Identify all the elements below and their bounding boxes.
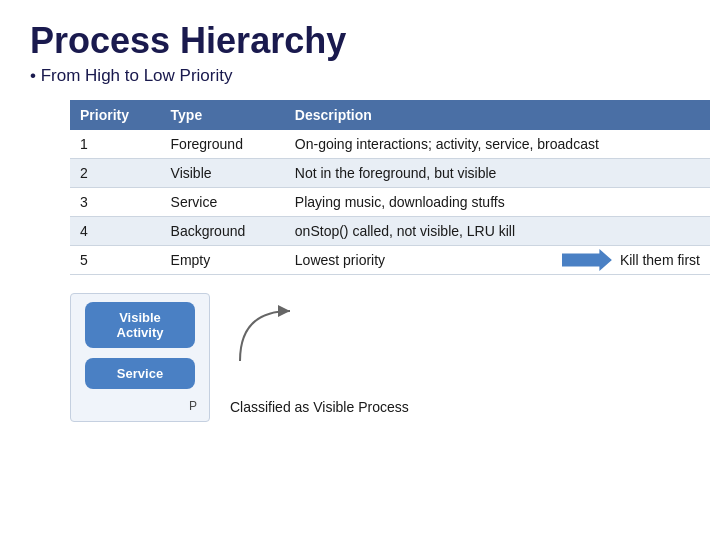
table-row: 4BackgroundonStop() called, not visible,… bbox=[70, 217, 710, 246]
cell-description: On-going interactions; activity, service… bbox=[285, 130, 710, 159]
description-text: Lowest priority bbox=[295, 252, 385, 268]
diagram-box: VisibleActivity Service P bbox=[70, 293, 210, 422]
table-row: 2VisibleNot in the foreground, but visib… bbox=[70, 159, 710, 188]
page-title: Process Hierarchy bbox=[30, 20, 690, 62]
diagram-right: Classified as Visible Process bbox=[230, 293, 409, 425]
cell-priority: 3 bbox=[70, 188, 161, 217]
cell-type: Background bbox=[161, 217, 285, 246]
table-row: 3ServicePlaying music, downloading stuff… bbox=[70, 188, 710, 217]
cell-description: Not in the foreground, but visible bbox=[285, 159, 710, 188]
cell-priority: 1 bbox=[70, 130, 161, 159]
service-button: Service bbox=[85, 358, 195, 389]
visible-activity-button: VisibleActivity bbox=[85, 302, 195, 348]
cell-priority: 5 bbox=[70, 246, 161, 275]
cell-type: Service bbox=[161, 188, 285, 217]
diagram-area: VisibleActivity Service P Classified as … bbox=[70, 293, 690, 425]
col-header-type: Type bbox=[161, 100, 285, 130]
table-row: 5EmptyLowest priority Kill them first bbox=[70, 246, 710, 275]
cell-priority: 2 bbox=[70, 159, 161, 188]
blue-arrow-icon bbox=[562, 249, 612, 271]
cell-type: Foreground bbox=[161, 130, 285, 159]
curved-arrow bbox=[230, 301, 310, 381]
p-label: P bbox=[189, 399, 197, 413]
kill-them-first-text: Kill them first bbox=[620, 252, 700, 268]
cell-type: Visible bbox=[161, 159, 285, 188]
process-hierarchy-table: Priority Type Description 1ForegroundOn-… bbox=[70, 100, 710, 275]
col-header-description: Description bbox=[285, 100, 710, 130]
cell-description: Playing music, downloading stuffs bbox=[285, 188, 710, 217]
kill-label: Kill them first bbox=[562, 249, 700, 271]
table-row: 1ForegroundOn-going interactions; activi… bbox=[70, 130, 710, 159]
cell-description: Lowest priority Kill them first bbox=[285, 246, 710, 275]
subtitle: From High to Low Priority bbox=[30, 66, 690, 86]
cell-type: Empty bbox=[161, 246, 285, 275]
col-header-priority: Priority bbox=[70, 100, 161, 130]
classified-label: Classified as Visible Process bbox=[230, 399, 409, 425]
cell-description: onStop() called, not visible, LRU kill bbox=[285, 217, 710, 246]
cell-priority: 4 bbox=[70, 217, 161, 246]
